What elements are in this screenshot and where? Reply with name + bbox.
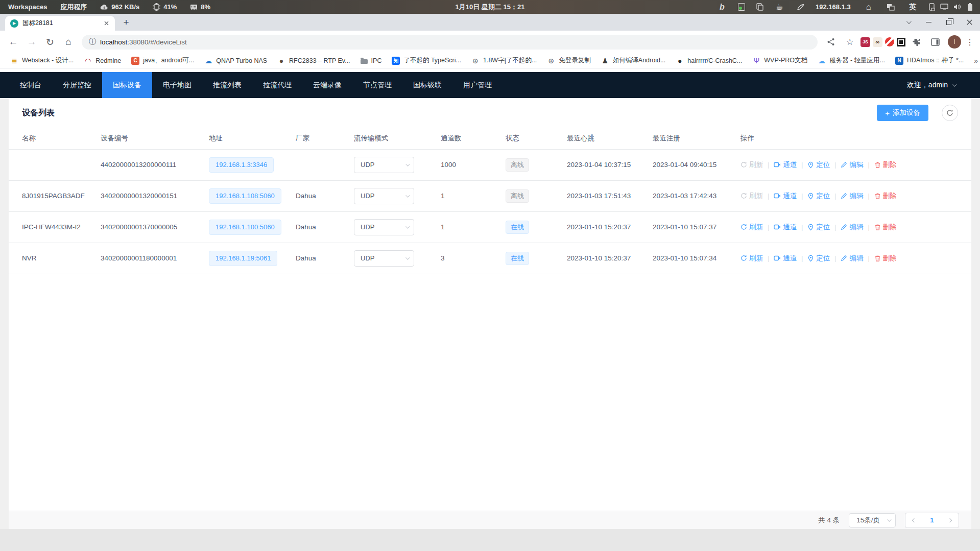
screenshot-tool-icon[interactable] — [738, 3, 745, 11]
locate-action[interactable]: 定位 — [807, 254, 830, 263]
status-badge: 离线 — [506, 189, 529, 203]
phone-link-icon[interactable] — [928, 3, 935, 11]
bookmark-item-11[interactable]: Ψ WVP-PRO文档 — [748, 55, 811, 66]
current-page[interactable]: 1 — [923, 516, 941, 524]
address-bar[interactable]: ⓘ localhost:38080/#/deviceList — [82, 35, 818, 50]
page-size-select[interactable]: 15条/页 — [849, 513, 896, 528]
refresh-list-button[interactable] — [942, 105, 958, 121]
home-tray-icon[interactable]: ⌂ — [866, 3, 871, 11]
back-icon[interactable]: ← — [5, 34, 21, 50]
close-window-icon[interactable] — [963, 16, 976, 29]
refresh-device-action[interactable]: 刷新 — [740, 223, 763, 232]
share-icon[interactable] — [823, 34, 839, 50]
bookmark-favicon-icon: ⊕ — [547, 57, 555, 65]
chevron-down-icon — [887, 517, 891, 521]
nav-item-2[interactable]: 国标设备 — [102, 72, 152, 98]
bookmark-item-2[interactable]: C java、android可... — [127, 55, 198, 66]
channels-action[interactable]: 通道 — [774, 223, 797, 232]
side-panel-icon[interactable] — [927, 34, 943, 50]
clipboard-icon[interactable] — [756, 3, 763, 11]
color-picker-icon[interactable] — [797, 3, 804, 11]
applications-menu[interactable]: 应用程序 — [60, 3, 87, 12]
input-method-indicator[interactable]: 英 — [909, 3, 916, 12]
nav-item-4[interactable]: 推流列表 — [202, 72, 252, 98]
extension-frame-icon[interactable] — [897, 38, 905, 46]
add-device-button[interactable]: + 添加设备 — [877, 105, 928, 121]
nav-item-6[interactable]: 云端录像 — [302, 72, 352, 98]
bookmark-item-7[interactable]: ⊕ 1.8W字|了不起的... — [467, 55, 541, 66]
browser-tab[interactable]: ▶ 国标28181 — [5, 16, 115, 31]
bookmark-item-3[interactable]: ☁ QNAP Turbo NAS — [200, 55, 271, 66]
site-info-icon[interactable]: ⓘ — [89, 37, 96, 46]
delete-action[interactable]: 删除 — [874, 191, 897, 201]
home-icon[interactable]: ⌂ — [60, 34, 77, 50]
stream-mode-select[interactable]: UDP — [354, 157, 414, 173]
display-icon[interactable] — [940, 4, 948, 10]
prev-page-button[interactable] — [905, 513, 923, 528]
profile-avatar[interactable]: I — [948, 35, 961, 49]
stream-mode-select[interactable]: UDP — [354, 250, 414, 267]
cpu-indicator[interactable]: 41% — [153, 3, 177, 11]
extension-js-icon[interactable]: JS — [861, 37, 870, 47]
nav-item-8[interactable]: 国标级联 — [402, 72, 452, 98]
bookmark-item-0[interactable]: ≣ Webstack - 设计... — [6, 55, 78, 66]
bookmark-item-6[interactable]: 知 了不起的 TypeScri... — [388, 55, 465, 66]
edit-action[interactable]: 编辑 — [841, 160, 863, 170]
nav-item-1[interactable]: 分屏监控 — [52, 72, 102, 98]
locate-action[interactable]: 定位 — [807, 223, 830, 232]
tab-close-icon[interactable] — [102, 19, 111, 28]
locate-action[interactable]: 定位 — [807, 191, 830, 201]
channels-action[interactable]: 通道 — [774, 254, 797, 263]
next-page-button[interactable] — [941, 513, 959, 528]
bookmark-item-1[interactable]: ◠ Redmine — [80, 55, 125, 66]
edit-action[interactable]: 编辑 — [841, 254, 863, 263]
bookmark-item-10[interactable]: ● hairrrrr/C-CrashC... — [672, 55, 746, 66]
stream-mode-select[interactable]: UDP — [354, 188, 414, 204]
nav-item-9[interactable]: 用户管理 — [452, 72, 503, 98]
stream-mode-select[interactable]: UDP — [354, 219, 414, 235]
locate-action[interactable]: 定位 — [807, 160, 830, 170]
forward-icon[interactable]: → — [23, 34, 40, 50]
bookmarks-overflow-icon[interactable]: » — [970, 57, 980, 65]
extension-adblock-icon[interactable] — [885, 37, 894, 46]
bookmark-item-12[interactable]: ☁ 服务器 - 轻量应用... — [814, 55, 889, 66]
bookmark-item-9[interactable]: ♟ 如何编译Android... — [597, 55, 670, 66]
bookmark-item-8[interactable]: ⊕ 免登录复制 — [543, 55, 595, 66]
coffee-caffeine-icon[interactable]: ☕ — [776, 3, 783, 11]
channels-action[interactable]: 通道 — [774, 160, 797, 170]
nav-item-5[interactable]: 拉流代理 — [252, 72, 302, 98]
tab-search-icon[interactable] — [901, 16, 915, 29]
delete-action[interactable]: 删除 — [874, 160, 897, 170]
extensions-puzzle-icon[interactable] — [908, 34, 924, 50]
workspaces-button[interactable]: Workspaces — [8, 3, 47, 11]
nav-item-0[interactable]: 控制台 — [9, 72, 52, 98]
nav-item-7[interactable]: 节点管理 — [352, 72, 402, 98]
bookmark-item-5[interactable]: IPC — [356, 56, 386, 66]
new-tab-button[interactable]: + — [119, 15, 133, 30]
edit-action[interactable]: 编辑 — [841, 223, 863, 232]
delete-action[interactable]: 删除 — [874, 254, 897, 263]
nav-item-3[interactable]: 电子地图 — [152, 72, 202, 98]
reload-icon[interactable]: ↻ — [42, 34, 58, 50]
delete-action[interactable]: 删除 — [874, 223, 897, 232]
volume-icon[interactable] — [953, 4, 961, 10]
user-menu[interactable]: 欢迎，admin — [907, 72, 980, 98]
edit-action[interactable]: 编辑 — [841, 191, 863, 201]
browser-menu-icon[interactable]: ⋮ — [964, 37, 976, 47]
ip-address-indicator[interactable]: 192.168.1.3 — [816, 3, 851, 11]
extension-mask-icon[interactable]: ∞ — [873, 37, 882, 47]
minimize-window-icon[interactable] — [922, 16, 935, 29]
window-switcher-icon[interactable] — [887, 4, 895, 11]
refresh-device-action[interactable]: 刷新 — [740, 254, 763, 263]
bookmark-item-4[interactable]: ● RFC2833 – RTP Ev... — [273, 55, 354, 66]
screen: Workspaces 应用程序 962 KB/s 41% 8% 1月10日 星期… — [0, 0, 980, 551]
network-speed-indicator[interactable]: 962 KB/s — [100, 3, 139, 11]
bing-tray-icon[interactable]: b — [720, 3, 725, 11]
restore-window-icon[interactable] — [942, 16, 955, 29]
bookmark-star-icon[interactable]: ☆ — [842, 34, 858, 50]
memory-indicator[interactable]: 8% — [190, 3, 210, 11]
cell-stream-mode: UDP — [354, 243, 441, 274]
battery-icon[interactable] — [967, 3, 973, 11]
bookmark-item-13[interactable]: N HDAtmos :: 种子 *... — [891, 55, 968, 66]
channels-action[interactable]: 通道 — [774, 191, 797, 201]
